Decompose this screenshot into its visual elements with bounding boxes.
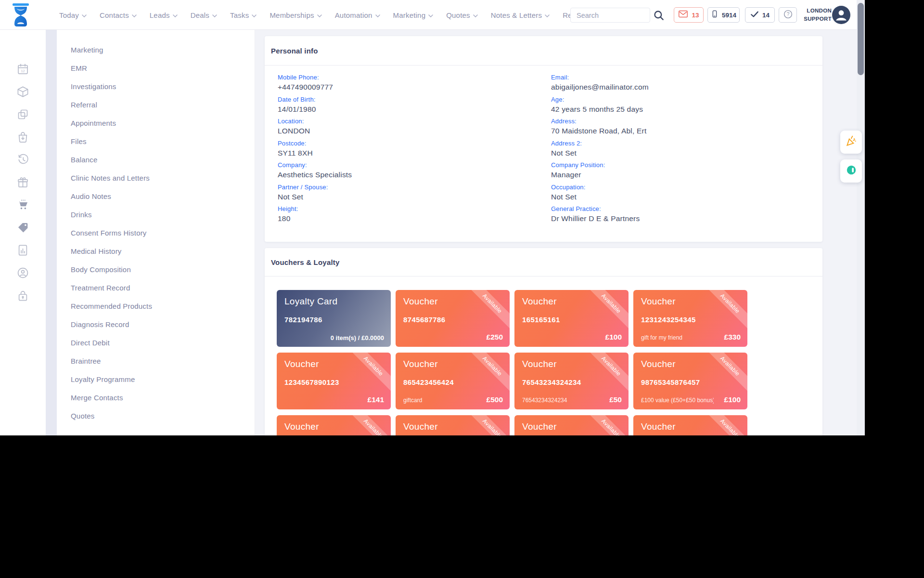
- nav-item-marketing[interactable]: Marketing: [393, 11, 434, 19]
- account-icon[interactable]: [16, 266, 29, 279]
- pabau-hourglass-logo[interactable]: [10, 3, 31, 27]
- sidebar-item-diagnosis-record[interactable]: Diagnosis Record: [71, 320, 244, 332]
- available-ribbon: Available: [344, 353, 391, 395]
- info-field-date-of-birth: Date of Birth:14/01/1980: [278, 96, 352, 118]
- lock-icon[interactable]: [16, 289, 29, 302]
- sidebar-item-emr[interactable]: EMR: [71, 64, 244, 76]
- sidebar-item-braintree[interactable]: Braintree: [71, 357, 244, 368]
- sidebar-item-recommended-products[interactable]: Recommended Products: [71, 302, 244, 314]
- search-input[interactable]: [571, 8, 650, 22]
- chevron-down-icon: [545, 11, 550, 19]
- history-icon[interactable]: [16, 153, 29, 166]
- live-chat-button[interactable]: [840, 159, 862, 183]
- sidebar-item-files[interactable]: Files: [71, 137, 244, 149]
- sidebar-item-referral[interactable]: Referral: [71, 101, 244, 112]
- tile-title: Voucher: [403, 296, 438, 307]
- field-value: Not Set: [278, 193, 352, 201]
- badge-count: 13: [692, 12, 699, 19]
- shopping-bag-icon[interactable]: [16, 131, 29, 144]
- tile-price: £500: [487, 395, 503, 404]
- tile-title: Voucher: [522, 296, 557, 307]
- field-label: General Practice:: [551, 205, 649, 212]
- info-field-postcode: Postcode:SY11 8XH: [278, 140, 352, 162]
- tasks-done-badge[interactable]: 14: [745, 7, 775, 23]
- report-icon[interactable]: [16, 244, 29, 257]
- cart-icon[interactable]: [16, 198, 29, 211]
- search-icon[interactable]: [653, 9, 665, 22]
- available-ribbon: Available: [582, 353, 629, 395]
- voucher-grid: Loyalty Card7821947860 item(s) / £0.0000…: [277, 290, 763, 435]
- voucher-tile[interactable]: AvailableVoucher165165161£100: [514, 290, 629, 347]
- tile-title: Voucher: [641, 296, 676, 307]
- field-label: Company:: [278, 161, 352, 169]
- sidebar-item-medical-history[interactable]: Medical History: [71, 247, 244, 259]
- voucher-tile[interactable]: AvailableVoucher: [396, 415, 510, 435]
- scrollbar-track[interactable]: [857, 0, 865, 435]
- voucher-tile[interactable]: AvailableVoucher8745687786£250: [396, 290, 510, 347]
- sidebar-item-body-composition[interactable]: Body Composition: [71, 265, 244, 277]
- tag-icon[interactable]: [16, 221, 29, 234]
- voucher-tile[interactable]: AvailableVoucher: [514, 415, 629, 435]
- gift-icon[interactable]: [16, 176, 29, 189]
- info-field-height: Height:180: [278, 205, 352, 227]
- field-label: Date of Birth:: [278, 96, 352, 103]
- help-badge[interactable]: ?: [779, 7, 797, 23]
- sidebar-item-appointments[interactable]: Appointments: [71, 119, 244, 131]
- sidebar-item-balance[interactable]: Balance: [71, 156, 244, 167]
- sidebar-item-quotes[interactable]: Quotes: [71, 412, 244, 423]
- voucher-tile[interactable]: AvailableVoucher1234567890123£141: [277, 353, 391, 409]
- voucher-tile[interactable]: AvailableVoucher1231243254345gift for my…: [633, 290, 747, 347]
- scrollbar-thumb[interactable]: [858, 3, 864, 75]
- tile-number: 8745687786: [403, 315, 445, 324]
- chevron-down-icon: [82, 11, 87, 19]
- voucher-tile[interactable]: AvailableVoucher98765345876457£100 value…: [633, 353, 747, 409]
- nav-item-automation[interactable]: Automation: [335, 11, 380, 19]
- chevron-down-icon: [428, 11, 433, 19]
- sidebar-item-drinks[interactable]: Drinks: [71, 210, 244, 222]
- sidebar-item-treatment-record[interactable]: Treatment Record: [71, 284, 244, 295]
- voucher-tile[interactable]: AvailableVoucher765432343242347654323432…: [514, 353, 629, 409]
- nav-label: Contacts: [100, 11, 129, 19]
- nav-item-leads[interactable]: Leads: [150, 11, 178, 19]
- voucher-tile[interactable]: AvailableVoucher: [633, 415, 747, 435]
- sidebar-item-audio-notes[interactable]: Audio Notes: [71, 192, 244, 204]
- badge-count: 5914: [722, 12, 736, 19]
- nav-item-notes-letters[interactable]: Notes & Letters: [491, 11, 550, 19]
- sidebar-item-consent-forms-history[interactable]: Consent Forms History: [71, 229, 244, 240]
- nav-item-quotes[interactable]: Quotes: [446, 11, 478, 19]
- info-field-address: Address:70 Maidstone Road, Abl, Ert: [551, 118, 649, 140]
- user-avatar-icon[interactable]: [832, 6, 850, 24]
- tile-title: Voucher: [403, 359, 438, 369]
- field-label: Email:: [551, 74, 649, 81]
- nav-label: Notes & Letters: [491, 11, 542, 19]
- copy-icon[interactable]: [16, 108, 29, 121]
- tile-subtitle: giftcard: [403, 397, 476, 404]
- loyalty-card-tile[interactable]: Loyalty Card7821947860 item(s) / £0.0000: [277, 290, 391, 347]
- calendar-icon[interactable]: 12: [16, 63, 29, 76]
- sidebar-item-direct-debit[interactable]: Direct Debit: [71, 339, 244, 350]
- sidebar-item-clinic-notes-and-letters[interactable]: Clinic Notes and Letters: [71, 174, 244, 185]
- personal-info-card: Personal info Mobile Phone:+447490009777…: [265, 36, 822, 242]
- sidebar-item-marketing[interactable]: Marketing: [71, 46, 244, 57]
- nav-item-tasks[interactable]: Tasks: [230, 11, 257, 19]
- nav-label: Leads: [150, 11, 170, 19]
- nav-item-today[interactable]: Today: [59, 11, 87, 19]
- nav-item-deals[interactable]: Deals: [191, 11, 217, 19]
- package-icon[interactable]: [16, 85, 29, 98]
- available-ribbon: Available: [582, 415, 629, 435]
- whats-new-button[interactable]: [840, 131, 862, 154]
- nav-label: Quotes: [446, 11, 470, 19]
- nav-item-memberships[interactable]: Memberships: [270, 11, 321, 19]
- field-value: +447490009777: [278, 83, 352, 92]
- messages-badge[interactable]: 13: [674, 7, 704, 23]
- tile-title: Voucher: [284, 421, 319, 432]
- sidebar-item-loyalty-programme[interactable]: Loyalty Programme: [71, 375, 244, 387]
- chevron-down-icon: [473, 11, 478, 19]
- voucher-tile[interactable]: AvailableVoucher865423456424giftcard£500: [396, 353, 510, 409]
- nav-item-contacts[interactable]: Contacts: [100, 11, 137, 19]
- tile-price: £330: [724, 333, 741, 342]
- calls-badge[interactable]: 5914: [707, 7, 740, 23]
- voucher-tile[interactable]: AvailableVoucher: [277, 415, 391, 435]
- sidebar-item-merge-contacts[interactable]: Merge Contacts: [71, 394, 244, 405]
- sidebar-item-investigations[interactable]: Investigations: [71, 82, 244, 94]
